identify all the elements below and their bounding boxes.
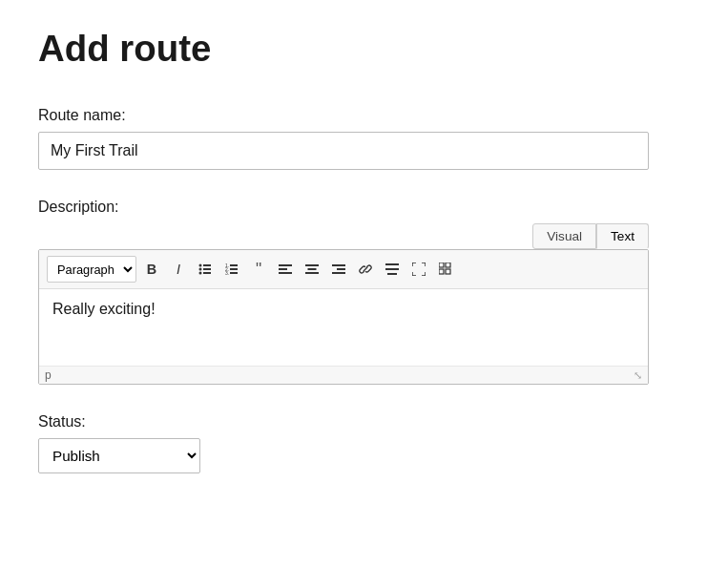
- svg-rect-11: [230, 272, 238, 274]
- description-label: Description:: [38, 199, 669, 216]
- align-center-icon: [305, 262, 319, 276]
- description-editor-body[interactable]: Really exciting!: [39, 289, 648, 366]
- svg-rect-27: [439, 269, 444, 274]
- svg-point-4: [199, 272, 202, 275]
- route-name-label: Route name:: [38, 107, 669, 124]
- editor-tabs: Visual Text: [38, 223, 649, 249]
- description-section: Description: Visual Text Paragraph B I: [38, 199, 669, 385]
- svg-rect-26: [446, 262, 450, 267]
- svg-point-0: [199, 264, 202, 267]
- horizontal-rule-icon: [385, 262, 399, 276]
- svg-rect-9: [230, 268, 238, 270]
- description-content: Really exciting!: [52, 301, 156, 317]
- svg-rect-13: [279, 268, 287, 270]
- align-right-icon: [332, 262, 345, 276]
- align-left-icon: [279, 262, 292, 276]
- svg-rect-22: [385, 263, 399, 265]
- svg-rect-17: [305, 272, 319, 274]
- editor-toolbar: Paragraph B I 1. 2.: [39, 250, 648, 289]
- svg-rect-19: [337, 268, 345, 270]
- route-name-group: Route name:: [38, 107, 669, 170]
- svg-rect-5: [203, 272, 211, 274]
- svg-rect-25: [439, 262, 444, 267]
- toolbar-horizontal-rule-button[interactable]: [381, 258, 404, 281]
- resize-handle[interactable]: ⤡: [634, 369, 642, 382]
- svg-rect-28: [446, 269, 450, 274]
- svg-rect-20: [332, 272, 345, 274]
- status-label: Status:: [38, 413, 669, 430]
- toolbar-grid-button[interactable]: [434, 258, 457, 281]
- svg-rect-16: [308, 268, 317, 270]
- route-name-input[interactable]: [38, 132, 649, 170]
- toolbar-blockquote-button[interactable]: ": [247, 258, 270, 281]
- toolbar-fullscreen-button[interactable]: [407, 258, 430, 281]
- svg-rect-7: [230, 264, 238, 266]
- svg-rect-14: [279, 272, 292, 274]
- toolbar-italic-button[interactable]: I: [167, 258, 190, 281]
- unordered-list-icon: [198, 262, 212, 276]
- ordered-list-icon: 1. 2. 3.: [225, 262, 239, 276]
- svg-line-21: [364, 267, 367, 271]
- status-section: Status: Publish Draft Pending Review: [38, 413, 669, 473]
- paragraph-select[interactable]: Paragraph: [47, 256, 136, 283]
- toolbar-align-right-button[interactable]: [327, 258, 350, 281]
- link-icon: [359, 262, 372, 276]
- page-title: Add route: [38, 29, 669, 69]
- svg-point-2: [199, 268, 202, 271]
- fullscreen-icon: [412, 262, 426, 276]
- svg-rect-24: [387, 273, 397, 275]
- svg-rect-23: [385, 268, 399, 270]
- svg-text:3.: 3.: [225, 270, 229, 276]
- tab-visual[interactable]: Visual: [532, 223, 596, 249]
- svg-rect-18: [332, 264, 345, 266]
- svg-rect-15: [305, 264, 319, 266]
- toolbar-link-button[interactable]: [354, 258, 377, 281]
- tab-text[interactable]: Text: [596, 223, 649, 249]
- editor-path: p: [45, 368, 52, 382]
- svg-rect-1: [203, 264, 211, 266]
- svg-rect-12: [279, 264, 292, 266]
- editor-footer: p ⤡: [39, 366, 648, 384]
- grid-icon: [439, 262, 452, 276]
- toolbar-bold-button[interactable]: B: [140, 258, 163, 281]
- editor-wrapper: Paragraph B I 1. 2.: [38, 249, 649, 385]
- toolbar-ordered-list-button[interactable]: 1. 2. 3.: [220, 258, 243, 281]
- toolbar-unordered-list-button[interactable]: [194, 258, 217, 281]
- toolbar-align-center-button[interactable]: [301, 258, 323, 281]
- svg-rect-3: [203, 268, 211, 270]
- status-select[interactable]: Publish Draft Pending Review: [38, 438, 200, 473]
- toolbar-align-left-button[interactable]: [274, 258, 297, 281]
